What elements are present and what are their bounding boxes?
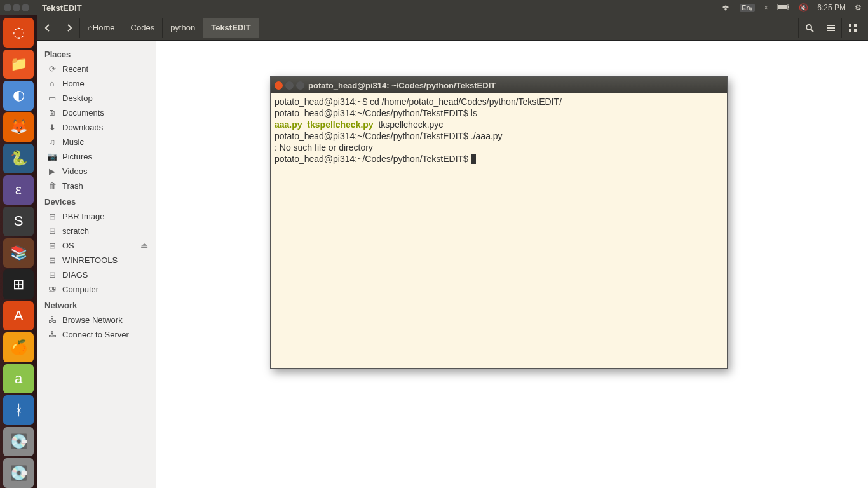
terminal-title: potato_head@pi314: ~/Codes/python/TekstE… [308, 81, 496, 90]
bluetooth-icon[interactable]: ᚼ [764, 3, 768, 12]
launcher-dash[interactable]: ◌ [3, 18, 34, 48]
launcher-software[interactable]: A [3, 301, 34, 331]
breadcrumb-python[interactable]: python [163, 18, 203, 38]
sidebar-item-label: Browse Network [62, 315, 123, 325]
sidebar-item-label: Computer [62, 285, 98, 294]
wifi-icon[interactable] [721, 3, 731, 13]
device-icon: 🖳 [47, 285, 57, 294]
terminal-minimize-icon[interactable] [285, 81, 294, 90]
launcher-bluetooth[interactable]: ᚼ [3, 395, 34, 425]
terminal-titlebar[interactable]: potato_head@pi314: ~/Codes/python/TekstE… [271, 77, 727, 93]
device-icon: ⊟ [47, 241, 57, 250]
app-title: TekstEDIT [42, 3, 82, 13]
place-documents[interactable]: 🗎Documents [37, 105, 156, 120]
place-icon: 📷 [47, 152, 57, 161]
device-diags[interactable]: ⊟DIAGS [37, 268, 156, 282]
files-sidebar: Places ⟳Recent⌂Home▭Desktop🗎Documents⬇Do… [37, 41, 156, 488]
search-button[interactable] [798, 18, 820, 38]
terminal-window[interactable]: potato_head@pi314: ~/Codes/python/TekstE… [270, 76, 728, 369]
battery-icon[interactable] [777, 3, 790, 12]
breadcrumb-tekstedit[interactable]: TekstEDIT [203, 18, 259, 38]
language-indicator[interactable]: En₁ [740, 4, 756, 12]
terminal-close-icon[interactable] [275, 81, 283, 90]
launcher-python[interactable]: 🐍 [3, 144, 34, 173]
place-music[interactable]: ♫Music [37, 135, 156, 149]
device-icon: ⊟ [47, 255, 57, 265]
device-scratch[interactable]: ⊟scratch [37, 224, 156, 238]
home-icon: ⌂ [88, 23, 93, 32]
place-trash[interactable]: 🗑Trash [37, 179, 156, 193]
place-icon: ⬇ [47, 123, 57, 132]
unity-launcher: ◌📁◐🦊🐍εS📚⊞A🍊aᚼ💽💽 [0, 15, 37, 488]
device-os[interactable]: ⊟OS⏏ [37, 238, 156, 253]
launcher-drive2[interactable]: 💽 [3, 458, 34, 488]
place-desktop[interactable]: ▭Desktop [37, 91, 156, 105]
breadcrumb-codes[interactable]: Codes [123, 18, 163, 38]
svg-rect-4 [849, 24, 851, 27]
view-grid-button[interactable] [841, 18, 863, 38]
device-computer[interactable]: 🖳Computer [37, 282, 156, 297]
device-winretools[interactable]: ⊟WINRETOOLS [37, 253, 156, 268]
forward-button[interactable] [58, 18, 80, 38]
device-icon: ⊟ [47, 226, 57, 236]
device-pbr-image[interactable]: ⊟PBR Image [37, 209, 156, 224]
svg-rect-5 [854, 24, 857, 27]
gear-icon[interactable]: ⚙ [855, 3, 862, 12]
terminal-cursor [471, 154, 476, 164]
breadcrumb-home[interactable]: ⌂ Home [80, 18, 123, 38]
launcher-emacs[interactable]: ε [3, 175, 34, 205]
sidebar-item-label: PBR Image [62, 212, 104, 221]
sidebar-item-label: Videos [62, 166, 88, 176]
launcher-windows[interactable]: ⊞ [3, 269, 34, 299]
launcher-books[interactable]: 📚 [3, 238, 34, 268]
window-controls[interactable] [4, 4, 29, 11]
svg-rect-6 [849, 29, 851, 32]
sidebar-item-label: Downloads [62, 123, 103, 132]
close-icon[interactable] [4, 4, 11, 11]
device-icon: ⊟ [47, 270, 57, 280]
launcher-app[interactable]: a [3, 364, 34, 394]
eject-icon[interactable]: ⏏ [140, 241, 148, 250]
launcher-drive1[interactable]: 💽 [3, 427, 34, 457]
network-icon: 🖧 [47, 315, 57, 325]
place-pictures[interactable]: 📷Pictures [37, 149, 156, 164]
network-connect-to-server[interactable]: 🖧Connect to Server [37, 327, 156, 342]
volume-icon[interactable]: 🔇 [799, 3, 808, 12]
minimize-icon[interactable] [13, 4, 20, 11]
terminal-line: potato_head@pi314:~/Codes/python/TekstED… [275, 130, 723, 142]
terminal-line: potato_head@pi314:~/Codes/python/TekstED… [275, 153, 723, 165]
launcher-sublime[interactable]: S [3, 207, 34, 236]
sidebar-item-label: OS [62, 241, 74, 250]
place-icon: 🗑 [47, 181, 57, 191]
sidebar-item-label: Home [62, 79, 85, 88]
sidebar-item-label: WINRETOOLS [62, 255, 118, 265]
terminal-body[interactable]: potato_head@pi314:~$ cd /home/potato_hea… [271, 93, 727, 368]
terminal-maximize-icon[interactable] [296, 81, 304, 90]
sidebar-item-label: Documents [62, 108, 104, 118]
sidebar-item-label: Music [62, 137, 84, 147]
top-menubar: TekstEDIT En₁ ᚼ 🔇 6:25 PM ⚙ [0, 0, 868, 15]
maximize-icon[interactable] [22, 4, 29, 11]
launcher-clementine[interactable]: 🍊 [3, 332, 34, 362]
svg-rect-7 [854, 29, 857, 32]
view-list-button[interactable] [820, 18, 841, 38]
back-button[interactable] [37, 18, 58, 38]
network-header: Network [37, 297, 156, 313]
place-icon: ⌂ [47, 79, 57, 88]
launcher-files[interactable]: 📁 [3, 50, 34, 79]
place-recent[interactable]: ⟳Recent [37, 62, 156, 76]
sidebar-item-label: scratch [62, 226, 89, 236]
device-icon: ⊟ [47, 212, 57, 221]
files-toolbar: ⌂ HomeCodespythonTekstEDIT [37, 15, 868, 41]
sidebar-item-label: Desktop [62, 93, 93, 103]
clock[interactable]: 6:25 PM [817, 3, 846, 12]
launcher-chromium[interactable]: ◐ [3, 81, 34, 111]
places-header: Places [37, 46, 156, 62]
place-videos[interactable]: ▶Videos [37, 164, 156, 179]
place-home[interactable]: ⌂Home [37, 76, 156, 91]
sidebar-item-label: DIAGS [62, 270, 88, 280]
place-downloads[interactable]: ⬇Downloads [37, 120, 156, 135]
place-icon: 🗎 [47, 108, 57, 118]
network-browse-network[interactable]: 🖧Browse Network [37, 313, 156, 327]
launcher-firefox[interactable]: 🦊 [3, 112, 34, 142]
